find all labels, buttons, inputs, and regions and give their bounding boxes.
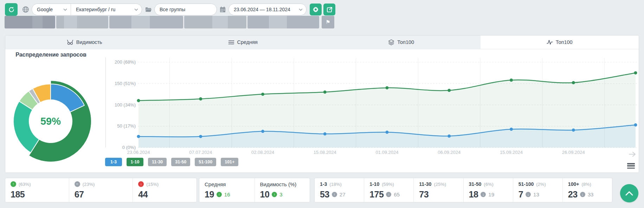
redacted-project-tab[interactable] xyxy=(5,16,55,28)
redacted-project-tab[interactable] xyxy=(247,16,319,28)
up-circle-icon: ↑ xyxy=(332,192,337,197)
data-point-1-3[interactable] xyxy=(137,135,140,138)
stat-value: 7 xyxy=(519,190,523,199)
stat-value: 67 xyxy=(75,190,84,199)
scroll-top-button[interactable] xyxy=(620,184,638,202)
tab-label: Топ100 xyxy=(556,39,573,45)
data-point-1-10[interactable] xyxy=(634,71,637,74)
summary-card-positions: 1-3(18%)53↑271-10(59%)175↑6511-30(25%)73… xyxy=(314,178,612,202)
legend-button-51-100[interactable]: 51-100 xyxy=(195,158,216,166)
legend-button-1-3[interactable]: 1-3 xyxy=(105,158,122,166)
date-range-select[interactable]: 23.06.2024 — 18.11.2024 xyxy=(228,4,307,15)
x-axis-date-label: 23.06.2024 xyxy=(127,150,150,155)
up-circle-icon: ↑ xyxy=(272,192,277,197)
data-point-1-3[interactable] xyxy=(199,135,202,138)
toolbar: Google Екатеринбург / ru Все группы 23.0… xyxy=(5,3,335,16)
legend-button-1-10[interactable]: 1-10 xyxy=(127,158,143,166)
report-tabbar: Видимость Средняя Топ100 Топ100 xyxy=(5,35,639,49)
region-value: Екатеринбург / ru xyxy=(76,7,115,12)
up-circle-icon: ↑ xyxy=(11,181,16,187)
data-point-1-3[interactable] xyxy=(510,128,513,131)
data-point-1-3[interactable] xyxy=(261,130,264,133)
data-point-1-3[interactable] xyxy=(634,123,637,126)
legend-button-31-50[interactable]: 31-50 xyxy=(171,158,190,166)
search-engine-region-control: Google Екатеринбург / ru xyxy=(32,4,142,15)
data-point-1-10[interactable] xyxy=(572,81,575,84)
stat-delta: 27 xyxy=(340,191,346,197)
project-tabs-row: ⚑ xyxy=(5,16,334,28)
data-point-1-10[interactable] xyxy=(447,89,451,92)
stat-delta: 13 xyxy=(533,191,539,197)
stat-value: 44 xyxy=(138,190,148,199)
stat-value: 10 xyxy=(260,190,270,199)
redacted-project-tab[interactable] xyxy=(56,16,108,28)
data-point-1-3[interactable] xyxy=(447,135,451,138)
legend-button-101+[interactable]: 101+ xyxy=(221,158,238,166)
stat-cell-Видимость (%): Видимость (%)10↑3 xyxy=(255,178,310,202)
redacted-project-tab[interactable] xyxy=(184,16,246,28)
chart-legend: 1-31-1011-3031-5051-100101+ xyxy=(105,158,238,166)
y-axis-label: 150 (51%) xyxy=(115,81,136,86)
tab-top100-stacked[interactable]: Топ100 xyxy=(322,35,481,49)
x-axis-date-label: 15.08.2024 xyxy=(314,150,336,155)
chart-menu-button[interactable] xyxy=(627,163,635,169)
data-point-1-10[interactable] xyxy=(323,91,327,94)
globe-icon xyxy=(22,6,29,13)
stat-value: 185 xyxy=(11,190,25,199)
donut-slice-11-30[interactable] xyxy=(13,101,39,152)
redacted-project-tab[interactable] xyxy=(109,16,183,28)
data-point-1-10[interactable] xyxy=(510,79,513,82)
groups-select[interactable]: Все группы xyxy=(154,4,217,15)
flag-button[interactable]: ⚑ xyxy=(322,16,334,28)
stat-value: 73 xyxy=(419,190,429,199)
data-point-1-10[interactable] xyxy=(261,93,264,96)
legend-button-11-30[interactable]: 11-30 xyxy=(148,158,167,166)
tab-top100-trend[interactable]: Топ100 xyxy=(481,35,639,49)
pulse-icon xyxy=(547,40,553,45)
stat-cell-(15%): ↓(15%)44 xyxy=(133,178,197,202)
line-chart[interactable]: 0 (0%)50 (17%)100 (34%)150 (51%)200 (68%… xyxy=(105,53,639,162)
folder-icon xyxy=(145,7,152,12)
donut-slice-1-3[interactable] xyxy=(51,84,84,112)
tab-visibility[interactable]: Видимость xyxy=(5,35,164,49)
down-circle-icon: ↓ xyxy=(580,192,585,197)
tab-average[interactable]: Средняя xyxy=(164,35,322,49)
settings-button[interactable] xyxy=(310,4,322,15)
glasses-icon xyxy=(67,39,73,45)
y-axis-label: 50 (17%) xyxy=(117,123,136,129)
down-circle-icon: ↓ xyxy=(481,192,486,197)
data-point-1-10[interactable] xyxy=(137,99,140,102)
date-range-value: 23.06.2024 — 18.11.2024 xyxy=(234,7,290,12)
calendar-icon xyxy=(220,6,226,13)
data-point-1-10[interactable] xyxy=(386,86,389,89)
data-point-1-3[interactable] xyxy=(323,132,327,136)
chevron-down-icon xyxy=(63,8,67,11)
down-circle-icon: ↓ xyxy=(526,192,531,197)
refresh-button[interactable] xyxy=(5,3,18,16)
data-point-1-10[interactable] xyxy=(199,97,202,100)
tab-label: Видимость xyxy=(76,39,102,45)
stat-cell-1-10: 1-10(59%)175↑65 xyxy=(364,178,413,202)
stat-value: 175 xyxy=(369,190,384,199)
summary-card-averages: Средняя19↑16Видимость (%)10↑3 xyxy=(199,178,310,202)
tab-label: Средняя xyxy=(237,39,258,45)
layers-icon xyxy=(388,39,394,45)
x-axis-date-label: 07.07.2024 xyxy=(189,150,212,155)
donut-chart[interactable]: 59% xyxy=(8,78,94,164)
export-button[interactable] xyxy=(323,4,335,15)
data-point-1-3[interactable] xyxy=(386,131,389,134)
search-engine-select[interactable]: Google xyxy=(32,4,71,15)
scroll-right-arrow-icon[interactable] xyxy=(629,152,635,156)
data-point-1-3[interactable] xyxy=(572,129,575,132)
stat-value: 53 xyxy=(320,190,329,199)
donut-title: Распределение запросов xyxy=(7,51,95,58)
y-axis-label: 100 (34%) xyxy=(115,102,136,108)
chevron-down-icon xyxy=(134,8,138,11)
y-axis-label: 0 (0%) xyxy=(122,145,136,150)
stat-delta: 16 xyxy=(224,191,230,197)
groups-value: Все группы xyxy=(160,7,185,12)
stat-delta: 33 xyxy=(588,191,594,197)
stat-cell-(23%): −(23%)67 xyxy=(69,178,133,202)
region-select[interactable]: Екатеринбург / ru xyxy=(71,4,142,15)
down-circle-icon: ↓ xyxy=(138,181,144,187)
